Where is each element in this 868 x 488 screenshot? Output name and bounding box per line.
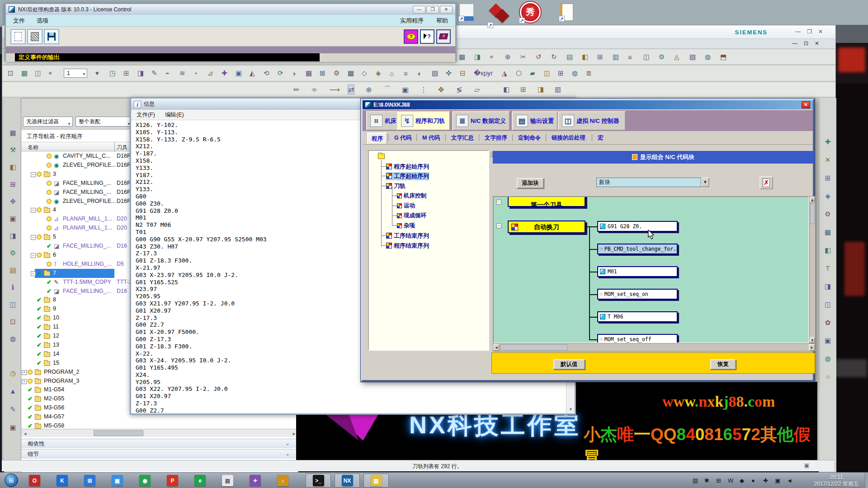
manual-help-button[interactable]: ? [436, 29, 451, 44]
node-label[interactable]: 4 [53, 206, 56, 213]
chevron-down-icon[interactable]: ⌄ [285, 450, 290, 457]
menu-edit[interactable]: 编辑(E) [165, 111, 184, 119]
post-tree-item[interactable]: 工序起始序列 [386, 172, 429, 180]
node-label[interactable]: 13 [53, 342, 59, 348]
toolbar-icon[interactable]: ⟶ [330, 85, 340, 94]
canvas-hscrollbar[interactable]: ◄ ► [493, 343, 816, 352]
close-button[interactable]: ✕ [440, 6, 453, 14]
code-block-mom-set-seq-off[interactable]: ☞MOM_set_seq_off [597, 334, 678, 343]
node-label[interactable]: FACE_MILLING_... [63, 189, 111, 195]
panel-splitter[interactable] [489, 150, 493, 351]
node-label[interactable]: 5 [53, 234, 56, 240]
expander-icon[interactable]: + [22, 379, 27, 384]
node-label[interactable]: 7 [53, 270, 56, 276]
post-tree-item[interactable]: 程序起始序列 [386, 163, 429, 171]
toolbar-icon[interactable]: ⊡ [8, 69, 14, 77]
scroll-left-icon[interactable]: ◄ [493, 344, 500, 351]
post-tree-item[interactable]: 工序结束序列 [386, 232, 429, 240]
toolbar-icon[interactable]: ▱ [474, 85, 480, 94]
default-button[interactable]: 默认值 [553, 359, 585, 370]
dependencies-section[interactable]: 相依性 ⌄ [21, 439, 298, 448]
scroll-left-icon[interactable]: ◄ [23, 432, 27, 436]
tray-icon[interactable]: ✚ [763, 477, 768, 484]
subtab-文字排序[interactable]: 文字排序 [481, 132, 511, 144]
toolbar-icon[interactable]: ⌁ [165, 69, 170, 77]
menu-options[interactable]: 选项 [37, 17, 48, 25]
scroll-right-icon[interactable]: ► [292, 432, 296, 436]
context-help-button[interactable]: ? [404, 29, 418, 44]
toolbar-icon[interactable]: ◮ [502, 69, 507, 77]
right-strip-icon[interactable]: ▦ [825, 228, 831, 236]
node-label[interactable]: 14 [53, 351, 59, 357]
maximize-button[interactable]: ❐ [426, 6, 439, 14]
resource-bar-icon[interactable]: ℹ [12, 283, 14, 291]
expander-icon[interactable]: − [31, 271, 36, 276]
taskbar-app-icon[interactable]: K [57, 475, 68, 486]
node-label[interactable]: FACE_MILLING_... [63, 180, 111, 186]
code-block-t-m06[interactable]: T M06 [597, 311, 678, 322]
right-strip-icon[interactable]: ▣ [825, 337, 831, 345]
open-file-button[interactable] [27, 29, 42, 44]
post-tree-item[interactable]: 机床控制 [397, 192, 426, 200]
tab-虚拟 N/C 控制器[interactable]: ◫虚拟 N/C 控制器 [558, 111, 626, 131]
node-label[interactable]: 15 [53, 360, 59, 366]
whats-this-button[interactable]: ? [420, 29, 434, 44]
tab-N/C 数据定义[interactable]: ≣N/C 数据定义 [452, 111, 510, 131]
subtab-定制命令[interactable]: 定制命令 [514, 132, 544, 144]
toolbar-icon[interactable]: ▥ [555, 85, 561, 94]
subtab-G 代码[interactable]: G 代码 [391, 132, 415, 144]
resource-bar-icon[interactable]: ⊡ [10, 318, 16, 326]
root-folder-icon[interactable] [378, 154, 385, 159]
resource-bar-icon[interactable]: ⚒ [10, 146, 16, 154]
toolbar-icon[interactable]: ▧ [432, 69, 438, 77]
combo-drop-icon[interactable]: ▼ [701, 178, 709, 187]
close-button[interactable]: ✕ [802, 101, 810, 108]
new-file-button[interactable] [10, 29, 26, 44]
restore-button[interactable]: 恢复 [710, 359, 736, 370]
resource-bar-icon[interactable]: ▦ [9, 129, 16, 137]
splitter-handle[interactable] [490, 151, 493, 157]
taskbar-app-icon[interactable]: ▤ [222, 475, 233, 486]
toolbar-icon[interactable]: ⊕ [505, 53, 511, 61]
desktop-icon-book[interactable]: ↗ [560, 4, 573, 21]
toolbar-icon[interactable]: ⊟ [460, 69, 466, 77]
node-label[interactable]: 3 [53, 171, 56, 177]
taskbar-app-button[interactable]: ▨ [363, 474, 389, 488]
minimize-icon[interactable]: — [795, 28, 801, 35]
right-strip-icon[interactable]: ◈ [825, 192, 830, 200]
expander-icon[interactable]: − [31, 172, 36, 177]
node-label[interactable]: M1-G54 [44, 386, 64, 393]
maximize-icon[interactable]: ❐ [807, 28, 812, 35]
tab-输出设置[interactable]: ▤输出设置 [512, 111, 558, 131]
tray-icon[interactable]: ▤ [693, 477, 698, 484]
toolbar-icon[interactable]: ◔ [193, 70, 198, 77]
toolbar-icon[interactable]: ⌂ [390, 70, 394, 77]
expander-icon[interactable]: − [31, 208, 36, 213]
node-label[interactable]: M4-G57 [44, 413, 64, 420]
expander-icon[interactable]: − [31, 235, 36, 240]
expander-icon[interactable]: − [31, 253, 36, 258]
code-block-m01[interactable]: M01 [597, 266, 678, 277]
toolbar-icon[interactable]: ✜ [446, 69, 452, 77]
new-block-combo[interactable]: 新块 [596, 178, 701, 187]
resource-bar-icon[interactable]: ✥ [10, 197, 16, 206]
save-button[interactable] [44, 29, 59, 44]
tab-机床[interactable]: ⌗机床 [366, 111, 401, 131]
resource-bar-icon[interactable]: ◧ [9, 163, 16, 171]
toolbar-icon[interactable]: ✂ [520, 53, 526, 61]
tray-icon[interactable]: ◄ [787, 477, 793, 484]
menu-utilities[interactable]: 实用程序 [400, 17, 424, 25]
toolbar-icon[interactable]: ◐ [418, 70, 422, 77]
toolbar-icon[interactable]: �круг [474, 69, 493, 77]
resource-bar-icon[interactable]: ⊞ [10, 180, 16, 188]
node-label[interactable]: ZLEVEL_PROFILE... [63, 162, 116, 168]
scroll-up-icon[interactable]: ▲ [810, 197, 815, 202]
taskbar-app-icon[interactable]: ✦ [250, 475, 261, 486]
toolbar-icon[interactable]: ◧ [582, 53, 588, 61]
toolbar-icon[interactable]: ◨ [137, 69, 144, 77]
node-label[interactable]: TTT-1.5MM_COPY [63, 279, 111, 285]
toolbar-icon[interactable]: ◧ [503, 85, 509, 94]
right-strip-icon[interactable]: ✕ [825, 156, 831, 164]
node-label[interactable]: CAVITY_MILL_C... [63, 153, 110, 159]
toolbar-icon[interactable]: ◨ [538, 85, 544, 94]
